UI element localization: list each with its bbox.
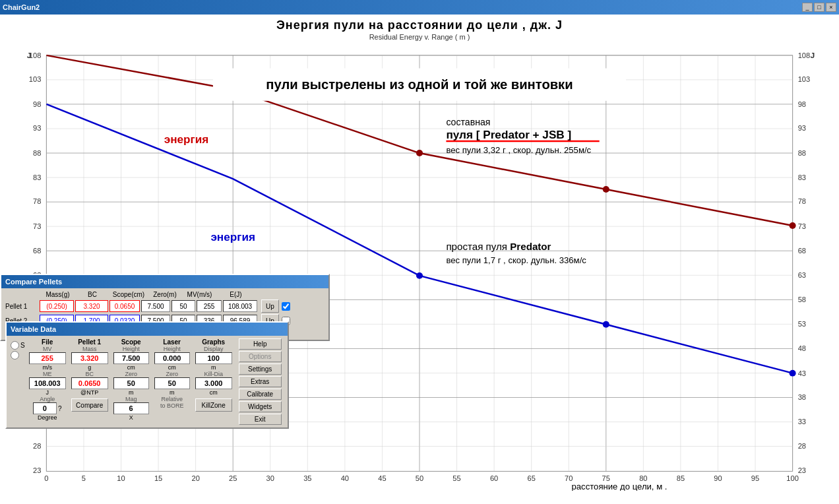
svg-text:83: 83 [33,173,41,181]
compare-pellets-title: Compare Pellets [1,275,328,288]
chart-sub-title: Residual Energy v. Range ( m ) [0,33,839,41]
svg-text:45: 45 [378,474,386,482]
svg-text:93: 93 [798,124,806,132]
maximize-button[interactable]: □ [814,3,824,12]
window-controls: _ □ × [802,3,836,12]
svg-text:98: 98 [798,100,806,108]
main-window: ChairGun2 _ □ × Энергия пули на расстоян… [0,0,839,504]
settings-button[interactable]: Settings [239,363,282,375]
svg-text:108: 108 [798,51,811,59]
pellet1-cal[interactable] [40,300,74,312]
svg-text:68: 68 [798,247,806,255]
graphs-display-input[interactable] [195,352,232,364]
minimize-button[interactable]: _ [802,3,813,12]
svg-text:103: 103 [798,75,811,83]
svg-text:95: 95 [751,474,759,482]
svg-text:88: 88 [798,149,806,157]
scope-zero-input[interactable] [113,377,149,389]
widgets-button[interactable]: Widgets [239,401,282,412]
svg-text:78: 78 [798,198,806,206]
help-button[interactable]: Help [239,338,282,350]
svg-text:25: 25 [229,474,237,482]
svg-text:93: 93 [33,124,41,132]
graphs-killdia-input[interactable] [195,377,232,389]
pellet1-zero[interactable] [171,300,195,312]
variable-data-title: Variable Data [7,323,288,336]
title-bar: ChairGun2 _ □ × [0,0,839,15]
svg-text:35: 35 [303,474,311,482]
svg-text:60: 60 [490,474,498,482]
svg-text:58: 58 [798,296,806,303]
compare-header: Mass(g) BC Scope(cm) Zero(m) MV(m/s) E(J… [5,291,325,298]
svg-text:энергия: энергия [164,133,209,146]
svg-text:15: 15 [154,474,162,482]
blue-dot-100 [790,370,796,377]
svg-text:90: 90 [714,474,722,482]
pellet-bc-input[interactable] [71,377,108,389]
svg-text:55: 55 [452,474,460,482]
svg-text:30: 30 [266,474,274,482]
pellet1-bc[interactable] [109,300,140,312]
red-dot-100 [790,222,796,229]
svg-text:65: 65 [528,474,536,482]
svg-text:48: 48 [798,344,806,352]
killzone-button[interactable]: KillZone [195,398,232,412]
svg-text:53: 53 [798,320,806,328]
calibrate-button[interactable]: Calibrate [239,389,282,400]
svg-text:88: 88 [33,149,41,157]
mv-input[interactable] [29,352,66,364]
laser-group: Laser Height cm Zero m Relative to BORE [153,338,191,409]
pellet1-e[interactable] [223,300,257,312]
laser-zero-input[interactable] [154,377,190,389]
svg-text:энергия: энергия [210,231,255,243]
pellet1-mv[interactable] [197,300,222,312]
svg-text:28: 28 [798,442,806,450]
pellet-mass-input[interactable] [71,352,108,364]
svg-text:83: 83 [798,173,806,181]
pellet1-row: Pellet 1 Up [5,299,325,313]
vardata-top: S File MV m/s ME J Angle [11,338,284,425]
svg-text:43: 43 [798,369,806,377]
pellet1-scope[interactable] [141,300,170,312]
scope-group: Scope Height cm Zero m Mag X [112,338,150,421]
pellet1-mass[interactable] [75,300,108,312]
pellet1-label: Pellet 1 [5,303,40,310]
variable-data-content: S File MV m/s ME J Angle [7,336,288,427]
chart-main-title: Энергия пули на расстоянии до цели , дж.… [0,15,839,32]
pellet1-up-button[interactable]: Up [261,299,279,313]
scope-mag-input[interactable] [113,402,149,414]
svg-text:63: 63 [798,271,806,279]
pellet1-group: Pellet 1 Mass g BC @NTP Compare [70,338,109,412]
svg-text:73: 73 [798,222,806,230]
svg-text:0: 0 [44,474,48,482]
laser-height-input[interactable] [154,352,190,364]
radio-group: S [11,341,25,360]
angle-question[interactable]: ? [58,405,62,412]
radio-s[interactable] [11,341,19,350]
close-button[interactable]: × [826,3,836,12]
pellet1-checkbox[interactable] [282,302,290,311]
svg-text:33: 33 [798,418,806,426]
svg-text:50: 50 [416,474,423,482]
options-button[interactable]: Options [239,351,282,362]
exit-button[interactable]: Exit [239,414,282,425]
svg-text:5: 5 [82,474,86,482]
extras-button[interactable]: Extras [239,376,282,387]
svg-text:40: 40 [341,474,349,482]
svg-text:20: 20 [191,474,199,482]
vardata-buttons: Help Options Settings Extras Calibrate W… [239,338,282,425]
svg-text:78: 78 [33,198,41,206]
svg-text:расстояние до цели, м .: расстояние до цели, м . [572,482,668,491]
svg-text:вес пули 1,7 г , скор. дульн. : вес пули 1,7 г , скор. дульн. 336м/с [446,255,586,265]
scope-height-input[interactable] [113,352,149,364]
file-group: File MV m/s ME J Angle ? Degree [28,338,67,421]
compare-button[interactable]: Compare [71,398,108,412]
chart-container: Энергия пули на расстоянии до цели , дж.… [0,15,839,504]
pellet1-side-buttons: Up [261,299,290,313]
red-dot-50 [416,150,423,156]
me-input[interactable] [29,377,66,389]
angle-input[interactable] [33,402,57,414]
svg-text:68: 68 [33,247,41,255]
svg-text:пуля  [ Predator + JSB ]: пуля [ Predator + JSB ] [446,129,571,141]
radio-2[interactable] [11,351,19,360]
